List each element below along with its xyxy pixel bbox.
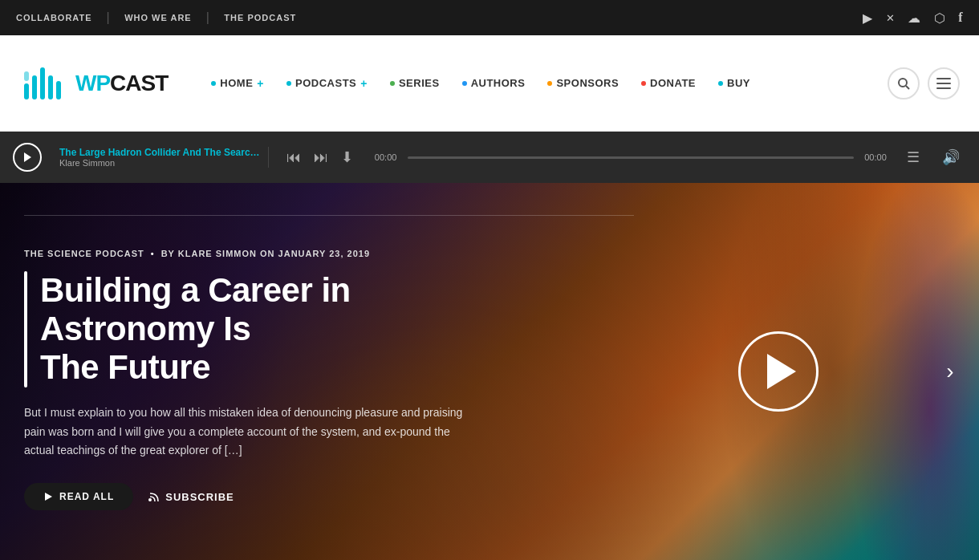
- header-actions: [888, 67, 960, 99]
- search-button[interactable]: [888, 67, 920, 99]
- svg-rect-1: [24, 71, 29, 81]
- hero-section: THE SCIENCE PODCAST • BY KLARE SIMMON ON…: [0, 183, 979, 560]
- nav-dot-authors: [462, 81, 467, 86]
- menu-button[interactable]: [928, 67, 960, 99]
- topbar-who-we-are[interactable]: WHO WE ARE: [110, 13, 206, 22]
- hero-description: But I must explain to you how all this m…: [24, 404, 465, 461]
- instagram-icon[interactable]: [934, 10, 946, 26]
- youtube-icon[interactable]: [863, 10, 873, 26]
- subscribe-label: SUBSCRIBE: [165, 491, 234, 503]
- hero-meta-dot: •: [151, 249, 155, 258]
- read-all-label: READ ALL: [59, 491, 114, 502]
- top-bar-nav: COLLABORATE | WHO WE ARE | THE PODCAST: [16, 11, 311, 24]
- nav-home-label: HOME: [220, 77, 253, 89]
- top-bar-socials: [863, 10, 963, 26]
- player-time-current: 00:00: [371, 152, 401, 162]
- hero-actions: READ ALL SUBSCRIBE: [24, 483, 522, 510]
- svg-rect-9: [936, 83, 951, 84]
- nav-donate[interactable]: DONATE: [630, 77, 707, 89]
- hamburger-icon: [936, 78, 951, 89]
- logo[interactable]: WPCAST: [19, 63, 168, 103]
- player-download-button[interactable]: ⬇: [341, 148, 353, 166]
- player-track-info: The Large Hadron Collider And The Searc……: [51, 147, 269, 168]
- hero-title-bar: Building a Career in Astronomy Is The Fu…: [24, 271, 522, 388]
- svg-marker-12: [45, 493, 52, 501]
- logo-cast: CAST: [110, 71, 168, 95]
- player-next-button[interactable]: ⏭: [314, 149, 328, 166]
- hero-category: THE SCIENCE PODCAST: [24, 249, 144, 258]
- hero-meta: THE SCIENCE PODCAST • BY KLARE SIMMON ON…: [24, 249, 522, 258]
- nav-podcasts-label: PODCASTS: [295, 77, 356, 89]
- topbar-podcast[interactable]: THE PODCAST: [209, 13, 311, 22]
- player-prev-button[interactable]: ⏮: [286, 149, 301, 166]
- nav-buy-label: BUY: [727, 77, 750, 89]
- soundcloud-icon[interactable]: [908, 10, 921, 26]
- nav-podcasts[interactable]: PODCASTS +: [275, 77, 379, 90]
- topbar-collaborate[interactable]: COLLABORATE: [16, 13, 107, 22]
- logo-wp: WP: [75, 71, 110, 95]
- hero-content: THE SCIENCE PODCAST • BY KLARE SIMMON ON…: [0, 183, 546, 560]
- nav-dot-donate: [641, 81, 646, 86]
- nav-dot-podcasts: [286, 81, 291, 86]
- svg-rect-10: [936, 87, 951, 89]
- nav-home[interactable]: HOME +: [200, 77, 275, 90]
- facebook-icon[interactable]: [958, 10, 963, 25]
- nav-series[interactable]: SERIES: [379, 77, 451, 89]
- svg-rect-8: [936, 78, 951, 79]
- svg-rect-4: [48, 75, 53, 99]
- player-bar: The Large Hadron Collider And The Searc……: [0, 132, 979, 183]
- nav-dot-home: [211, 81, 216, 86]
- nav-home-plus: +: [257, 77, 264, 90]
- nav-dot-sponsors: [547, 81, 552, 86]
- nav-series-label: SERIES: [399, 77, 440, 89]
- play-icon: [22, 152, 32, 163]
- nav-sponsors[interactable]: SPONSORS: [536, 77, 630, 89]
- svg-point-13: [148, 498, 152, 501]
- hero-play-arrow: [767, 354, 796, 389]
- svg-line-7: [906, 86, 909, 89]
- svg-rect-5: [56, 81, 61, 99]
- player-progress-area: 00:00 00:00: [371, 152, 891, 162]
- logo-text: WPCAST: [75, 71, 168, 96]
- subscribe-button[interactable]: SUBSCRIBE: [148, 491, 234, 503]
- nav-authors-label: AUTHORS: [471, 77, 526, 89]
- nav-podcasts-plus: +: [360, 77, 368, 90]
- hero-title-accent-line: [24, 271, 27, 388]
- header: WPCAST HOME + PODCASTS + SERIES AUTHORS …: [0, 35, 979, 132]
- player-playlist-button[interactable]: ☰: [900, 148, 926, 166]
- top-bar: COLLABORATE | WHO WE ARE | THE PODCAST: [0, 0, 979, 35]
- read-all-button[interactable]: READ ALL: [24, 483, 133, 510]
- hero-title-line1: Building a Career in Astronomy Is: [40, 271, 351, 347]
- player-volume-button[interactable]: 🔊: [936, 148, 966, 166]
- play-small-icon: [43, 492, 53, 501]
- nav-buy[interactable]: BUY: [707, 77, 762, 89]
- nav-dot-series: [390, 81, 395, 86]
- hero-next-button[interactable]: ›: [934, 355, 966, 388]
- hero-title-line2: The Future: [40, 348, 210, 386]
- player-play-button[interactable]: [13, 143, 42, 172]
- hero-separator: [24, 215, 634, 216]
- player-progress-bar[interactable]: [408, 156, 854, 159]
- svg-point-6: [899, 79, 907, 87]
- hero-play-button[interactable]: [738, 331, 819, 412]
- svg-rect-2: [32, 75, 37, 99]
- svg-marker-11: [24, 152, 31, 162]
- main-nav: HOME + PODCASTS + SERIES AUTHORS SPONSOR…: [200, 77, 888, 90]
- nav-donate-label: DONATE: [650, 77, 696, 89]
- hero-title: Building a Career in Astronomy Is The Fu…: [40, 271, 522, 388]
- player-controls: ⏮ ⏭ ⬇: [278, 148, 361, 166]
- nav-sponsors-label: SPONSORS: [556, 77, 619, 89]
- rss-icon: [148, 491, 159, 502]
- player-track-author: Klare Simmon: [59, 158, 260, 168]
- x-twitter-icon[interactable]: [886, 10, 896, 25]
- svg-rect-3: [40, 67, 45, 99]
- player-time-total: 00:00: [860, 152, 891, 162]
- nav-dot-buy: [718, 81, 723, 86]
- hero-byline: BY KLARE SIMMON ON JANUARY 23, 2019: [161, 249, 370, 258]
- logo-svg: [19, 63, 67, 103]
- svg-rect-0: [24, 83, 29, 99]
- search-icon: [897, 77, 910, 90]
- nav-authors[interactable]: AUTHORS: [451, 77, 537, 89]
- player-track-title: The Large Hadron Collider And The Searc…: [59, 147, 260, 158]
